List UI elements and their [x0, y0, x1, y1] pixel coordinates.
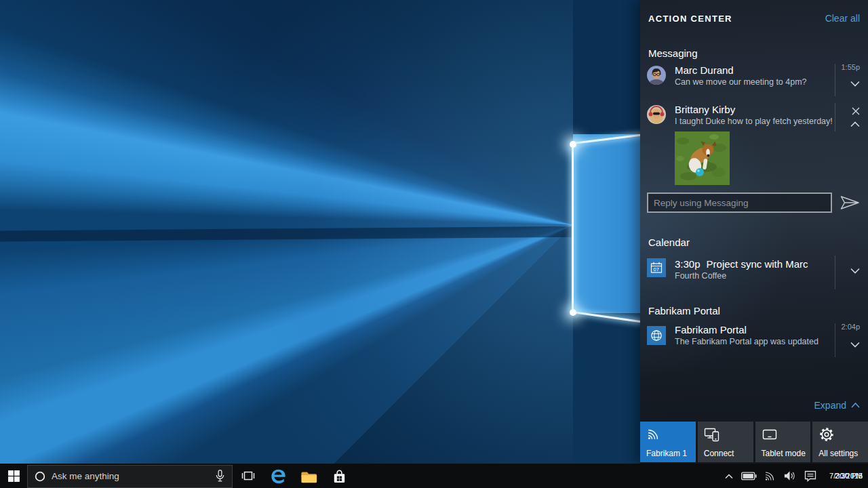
- notification-title: Fabrikam Portal: [675, 324, 747, 336]
- window-corner-glow: [570, 309, 576, 316]
- wifi-icon: [646, 426, 661, 444]
- avatar-brittany: [647, 105, 666, 124]
- settings-gear-icon: [818, 426, 835, 445]
- wallpaper-window-right: [573, 0, 640, 464]
- notification-message: Can we move our meeting to 4pm?: [675, 77, 807, 87]
- reply-input[interactable]: [647, 192, 832, 213]
- quick-action-connect[interactable]: Connect: [698, 422, 753, 462]
- chevron-down-icon[interactable]: [850, 81, 860, 87]
- search-input[interactable]: [52, 471, 215, 481]
- expand-button[interactable]: Expand: [814, 400, 860, 411]
- notification-brittany[interactable]: Brittany Kirby I taught Duke how to play…: [640, 102, 868, 131]
- wifi-tray-icon[interactable]: [764, 471, 776, 481]
- divider: [835, 103, 835, 131]
- section-header-messaging: Messaging: [648, 47, 698, 59]
- notification-sender: Marc Durand: [675, 64, 734, 76]
- quick-action-tablet-mode[interactable]: Tablet mode: [755, 422, 811, 462]
- windows-logo-icon: [8, 470, 20, 482]
- store-bag-icon: [331, 468, 348, 485]
- wallpaper-dark-band: [0, 226, 640, 241]
- start-button[interactable]: [0, 464, 27, 488]
- notification-time: 1:55p: [841, 63, 860, 71]
- action-center-title: ACTION CENTER: [648, 14, 732, 24]
- quick-action-all-settings[interactable]: All settings: [812, 422, 868, 462]
- action-center-header: ACTION CENTER Clear all: [648, 11, 860, 26]
- store-button[interactable]: [324, 464, 355, 488]
- expand-label: Expand: [814, 400, 846, 411]
- taskbar-search[interactable]: [27, 465, 233, 488]
- task-view-button[interactable]: [233, 464, 263, 488]
- connect-icon: [704, 426, 720, 445]
- notification-calendar-event[interactable]: 07 3:30pProject sync with Marc Fourth Co…: [640, 254, 868, 292]
- system-tray: 2:30 PM 7/30/2015: [724, 470, 868, 483]
- chevron-up-icon: [851, 403, 860, 408]
- window-corner-glow: [570, 141, 576, 148]
- task-view-icon: [241, 468, 256, 483]
- taskbar: 2:30 PM 7/30/2015: [0, 464, 868, 488]
- calendar-icon: 07: [647, 258, 666, 277]
- section-header-fabrikam: Fabrikam Portal: [648, 305, 720, 317]
- window-left-edge: [572, 143, 574, 312]
- svg-text:07: 07: [654, 266, 659, 272]
- event-time: 3:30p: [675, 258, 701, 270]
- cortana-icon: [35, 471, 45, 482]
- tablet-icon: [762, 426, 778, 445]
- notification-fabrikam[interactable]: Fabrikam Portal The Fabrikam Portal app …: [640, 322, 868, 360]
- notification-marc[interactable]: Marc Durand Can we move our meeting to 4…: [640, 62, 868, 99]
- notification-sender: Brittany Kirby: [675, 104, 735, 115]
- notification-time: 2:04p: [841, 323, 860, 331]
- notification-message: I taught Duke how to play fetch yesterda…: [675, 117, 833, 126]
- notification-message: The Fabrikam Portal app was updated: [675, 337, 818, 346]
- tray-chevron-up-icon[interactable]: [724, 473, 734, 479]
- divider: [835, 64, 835, 96]
- chevron-down-icon[interactable]: [850, 268, 860, 274]
- section-header-calendar: Calendar: [648, 237, 690, 248]
- event-location: Fourth Coffee: [675, 271, 726, 281]
- globe-icon: [647, 326, 666, 345]
- send-button[interactable]: [840, 195, 860, 210]
- divider: [835, 323, 835, 357]
- message-attachment-dog-photo[interactable]: [675, 131, 730, 185]
- quick-action-fabrikam1[interactable]: Fabrikam 1: [640, 422, 696, 462]
- action-center-panel: ACTION CENTER Clear all Messaging Marc D…: [640, 0, 868, 464]
- quick-actions: Fabrikam 1 Connect: [640, 422, 868, 462]
- microphone-icon[interactable]: [215, 469, 225, 483]
- close-icon[interactable]: [852, 107, 860, 115]
- event-name: Project sync with Marc: [707, 258, 808, 270]
- folder-icon: [300, 468, 318, 485]
- reply-row: [647, 192, 860, 213]
- event-title: 3:30pProject sync with Marc: [675, 258, 808, 270]
- avatar-marc: [647, 66, 666, 85]
- file-explorer-button[interactable]: [294, 464, 324, 488]
- battery-icon[interactable]: [741, 472, 757, 481]
- chevron-up-icon[interactable]: [850, 121, 860, 127]
- desktop: ACTION CENTER Clear all Messaging Marc D…: [0, 0, 868, 488]
- edge-browser-button[interactable]: [263, 464, 294, 488]
- action-center-tray-icon[interactable]: [804, 470, 817, 483]
- chevron-down-icon[interactable]: [850, 342, 860, 348]
- divider: [835, 256, 835, 289]
- send-icon: [840, 195, 860, 210]
- clear-all-button[interactable]: Clear all: [825, 13, 860, 24]
- edge-icon: [269, 467, 288, 485]
- speaker-icon[interactable]: [783, 470, 796, 481]
